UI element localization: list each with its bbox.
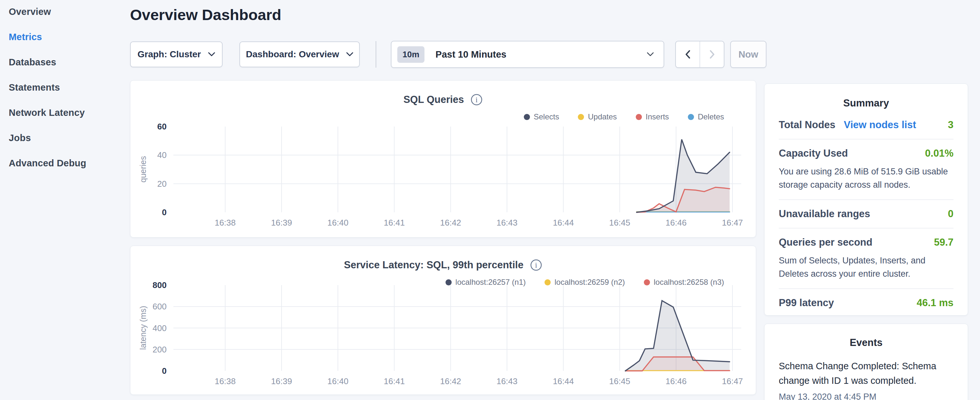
summary-value: 3 — [948, 119, 953, 131]
events-panel: Events Schema Change Completed: Schema c… — [764, 324, 968, 400]
y-tick-label: 0 — [162, 366, 167, 376]
legend-label: Deletes — [698, 112, 724, 121]
event-timestamp: May 13, 2020 at 4:45 PM — [779, 392, 953, 400]
x-tick-label: 16:38 — [215, 218, 235, 228]
gridlines — [173, 126, 741, 212]
legend-item[interactable]: Inserts — [636, 112, 669, 121]
summary-value: 59.7 — [934, 237, 953, 248]
legend-dot-icon — [688, 114, 694, 120]
dashboard-dropdown[interactable]: Dashboard: Overview — [239, 41, 360, 67]
summary-item-unavailable-ranges: Unavailable ranges 0 — [779, 200, 953, 228]
y-axis-labels: 0200400600800latency (ms) — [138, 282, 167, 376]
legend-item[interactable]: Selects — [524, 112, 559, 121]
y-tick-label: 0 — [162, 207, 167, 217]
x-tick-label: 16:46 — [665, 218, 687, 228]
sql-queries-chart-card: SQL Queries i SelectsUpdatesInsertsDelet… — [130, 80, 756, 237]
summary-label: P99 latency — [779, 297, 834, 309]
legend-dot-icon — [636, 114, 642, 120]
events-title: Events — [779, 337, 953, 349]
chevron-down-icon — [208, 52, 215, 57]
legend-item[interactable]: Updates — [578, 112, 617, 121]
x-tick-label: 16:42 — [440, 376, 461, 386]
sidebar-item-metrics[interactable]: Metrics — [9, 32, 125, 42]
chevron-down-icon — [647, 52, 654, 57]
summary-item-p99-latency: P99 latency 46.1 ms — [779, 289, 953, 316]
svg-text:i: i — [535, 261, 537, 269]
sidebar-item-statements[interactable]: Statements — [9, 82, 125, 93]
summary-label: Unavailable ranges — [779, 208, 870, 220]
chevron-right-icon — [709, 50, 715, 59]
legend-dot-icon — [524, 114, 530, 120]
summary-item-total-nodes: Total Nodes View nodes list 3 — [779, 111, 953, 139]
summary-value: 46.1 ms — [916, 297, 953, 309]
event-item[interactable]: Schema Change Completed: Schema change w… — [779, 359, 953, 400]
x-tick-label: 16:44 — [553, 218, 574, 228]
chevron-down-icon — [346, 52, 353, 57]
x-tick-label: 16:40 — [328, 218, 348, 228]
sidebar-item-jobs[interactable]: Jobs — [9, 133, 125, 143]
summary-title: Summary — [779, 97, 953, 109]
x-tick-label: 16:41 — [384, 218, 405, 228]
now-button[interactable]: Now — [730, 41, 767, 68]
legend-dot-icon — [578, 114, 584, 120]
y-axis-unit-label: latency (ms) — [138, 306, 148, 350]
chart-legend: SelectsUpdatesInsertsDeletes — [524, 112, 724, 121]
y-tick-label: 400 — [153, 323, 167, 333]
graph-dropdown-label: Graph: Cluster — [137, 49, 201, 59]
time-range-label: Past 10 Minutes — [436, 49, 506, 60]
summary-desc: You are using 28.6 MiB of 515.9 GiB usab… — [779, 165, 953, 191]
summary-item-queries-per-second: Queries per second 59.7 Sum of Selects, … — [779, 228, 953, 289]
dashboard-dropdown-label: Dashboard: Overview — [246, 49, 339, 59]
sidebar-item-overview[interactable]: Overview — [9, 6, 125, 17]
legend-label: Updates — [588, 112, 617, 121]
x-tick-label: 16:43 — [496, 218, 517, 228]
chevron-left-icon — [685, 50, 691, 59]
y-tick-label: 200 — [153, 345, 167, 354]
legend-label: Selects — [534, 112, 559, 121]
time-range-picker[interactable]: 10m Past 10 Minutes — [391, 41, 664, 68]
y-axis-unit-label: queries — [138, 156, 148, 183]
summary-value: 0.01% — [925, 148, 953, 159]
x-tick-label: 16:47 — [722, 376, 743, 386]
graph-dropdown[interactable]: Graph: Cluster — [130, 41, 223, 67]
summary-item-capacity-used: Capacity Used 0.01% You are using 28.6 M… — [779, 139, 953, 200]
service-latency-plot: 0200400600800latency (ms)16:3816:3916:40… — [130, 282, 756, 392]
info-icon[interactable]: i — [471, 94, 483, 106]
summary-label: Total Nodes — [779, 119, 835, 131]
time-step-buttons — [675, 41, 724, 68]
x-tick-label: 16:38 — [215, 376, 235, 386]
x-axis-labels: 16:3816:3916:4016:4116:4216:4316:4416:45… — [215, 376, 743, 386]
info-icon[interactable]: i — [530, 259, 542, 271]
summary-label: Queries per second — [779, 237, 872, 248]
x-tick-label: 16:44 — [553, 376, 574, 386]
chart-title-row: Service Latency: SQL, 99th percentile i — [130, 259, 756, 271]
sidebar-item-databases[interactable]: Databases — [9, 57, 125, 68]
next-interval-button[interactable] — [700, 41, 724, 67]
event-message: Schema Change Completed: Schema change w… — [779, 359, 953, 388]
legend-item[interactable]: Deletes — [688, 112, 724, 121]
x-tick-label: 16:46 — [665, 376, 687, 386]
y-tick-label: 20 — [157, 179, 167, 189]
legend-label: Inserts — [646, 112, 669, 121]
x-tick-label: 16:40 — [328, 376, 348, 386]
x-tick-label: 16:45 — [609, 376, 630, 386]
chart-title: Service Latency: SQL, 99th percentile — [344, 259, 523, 271]
chart-title-row: SQL Queries i — [130, 94, 756, 106]
summary-value: 0 — [948, 208, 953, 220]
summary-label: Capacity Used — [779, 148, 848, 159]
x-tick-label: 16:43 — [496, 376, 517, 386]
time-range-badge: 10m — [397, 46, 425, 63]
y-axis-labels: 0204060queries — [138, 123, 167, 217]
sidebar-item-network-latency[interactable]: Network Latency — [9, 107, 125, 118]
svg-text:i: i — [476, 96, 477, 104]
x-tick-label: 16:42 — [440, 218, 461, 228]
y-tick-label: 600 — [153, 302, 167, 311]
overview-dashboard-page: Overview Metrics Databases Statements Ne… — [0, 0, 980, 400]
y-tick-label: 800 — [153, 282, 167, 290]
sidebar-item-advanced-debug[interactable]: Advanced Debug — [9, 158, 125, 169]
previous-interval-button[interactable] — [676, 41, 700, 67]
x-tick-label: 16:41 — [384, 376, 405, 386]
view-nodes-list-link[interactable]: View nodes list — [844, 119, 916, 131]
summary-panel: Summary Total Nodes View nodes list 3 Ca… — [764, 83, 968, 316]
summary-desc: Sum of Selects, Updates, Inserts, and De… — [779, 254, 953, 280]
